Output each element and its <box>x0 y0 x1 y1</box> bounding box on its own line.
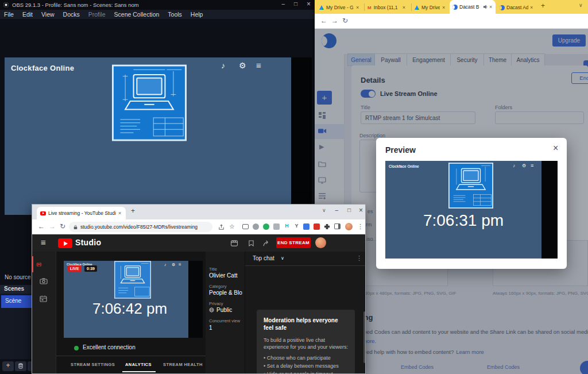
menu-edit[interactable]: Edit <box>22 11 33 18</box>
extension-icon[interactable] <box>253 223 259 230</box>
menu-scene-collection[interactable]: Scene Collection <box>114 11 160 18</box>
reload-icon[interactable]: ↻ <box>342 17 348 25</box>
lock-icon <box>74 225 78 230</box>
tab-dacast-active[interactable]: Dacast B × <box>450 0 496 14</box>
calendar-icon <box>40 295 47 302</box>
tab-my-drive-1[interactable]: My Drive - G × <box>319 2 362 13</box>
scene-item-label: Scène <box>5 298 21 304</box>
tab-dacast-admin[interactable]: Dacast Adm × <box>500 2 536 13</box>
side-panel-icon[interactable] <box>334 223 341 229</box>
close-icon[interactable]: × <box>356 5 359 10</box>
sidebar-item-webcam[interactable] <box>40 278 48 285</box>
trash-icon <box>17 363 24 369</box>
extension-y-icon[interactable]: Y <box>293 223 300 230</box>
share-icon[interactable] <box>218 224 225 230</box>
more-vertical-icon[interactable]: ⋮ <box>356 255 362 262</box>
tab-divider <box>364 3 365 11</box>
create-video-icon[interactable] <box>230 240 238 246</box>
tab-yt-studio[interactable]: Live streaming - YouTube Studio × <box>37 207 126 219</box>
extension-blue-icon[interactable] <box>303 223 310 230</box>
close-icon[interactable]: × <box>530 5 533 10</box>
tab-stream-settings[interactable]: STREAM SETTINGS <box>71 362 115 367</box>
studio-brand: Studio <box>75 238 101 247</box>
info-privacy-value[interactable]: Public <box>216 307 232 313</box>
modal-video-player[interactable]: Clockface Online ♪ ⚙ ≡ <box>385 161 558 259</box>
menu-docks[interactable]: Docks <box>63 11 80 18</box>
close-icon[interactable]: × <box>442 5 445 10</box>
close-icon[interactable]: × <box>403 5 405 10</box>
dacast-favicon <box>452 5 458 10</box>
menu-view[interactable]: View <box>41 11 55 18</box>
obs-titlebar[interactable]: OBS 29.1.3 - Profile: Sans nom - Scenes:… <box>0 0 314 10</box>
tab-search-chevron-icon[interactable]: ∨ <box>322 207 326 213</box>
forward-icon[interactable]: → <box>49 222 56 230</box>
connection-dot-icon <box>74 346 79 350</box>
gmail-icon: M <box>368 5 372 10</box>
share-arrow-icon[interactable] <box>263 240 270 246</box>
tab-inbox[interactable]: M Inbox (11,1 × <box>368 2 410 13</box>
blueprint-image <box>448 163 493 209</box>
clock-time: 7:06:42 pm <box>64 300 196 318</box>
url-text[interactable]: studio.youtube.com/video/F85I27-MDRs/liv… <box>80 224 204 230</box>
extension-h-icon[interactable]: H <box>284 223 290 230</box>
star-icon[interactable]: ☆ <box>229 223 235 230</box>
extension-camera-icon[interactable] <box>242 224 249 229</box>
gear-icon: ⚙ <box>239 61 246 70</box>
bookmark-icon[interactable] <box>249 240 254 246</box>
minimize-icon[interactable]: − <box>281 1 285 7</box>
obs-preview-canvas[interactable]: Clockface Online ♪ ⚙ ≡ <box>5 57 291 215</box>
chevron-down-icon[interactable]: ∨ <box>281 256 284 261</box>
hamburger-menu-icon[interactable]: ≡ <box>41 237 46 247</box>
tab-search-chevron-icon[interactable]: ∨ <box>579 2 583 8</box>
youtube-logo-icon <box>58 238 72 248</box>
close-icon[interactable]: × <box>553 143 558 153</box>
address-bar[interactable]: studio.youtube.com/video/F85I27-MDRs/liv… <box>69 222 212 232</box>
menu-profile[interactable]: Profile <box>88 11 106 18</box>
maximize-icon[interactable]: □ <box>294 1 297 7</box>
back-icon[interactable]: ← <box>320 17 327 25</box>
video-frame: Clockface Online LIVE 0:39 ♪ ⚙ ≡ <box>64 261 188 338</box>
profile-avatar[interactable] <box>345 223 353 230</box>
sidebar-item-manage[interactable] <box>40 295 48 303</box>
chat-scrollbar[interactable] <box>363 311 366 363</box>
tab-analytics[interactable]: ANALYTICS <box>125 362 152 367</box>
close-icon[interactable]: × <box>489 4 492 10</box>
sidebar-item-stream-active[interactable]: ((•)) <box>32 256 56 272</box>
menu-file[interactable]: File <box>4 11 14 18</box>
live-player[interactable]: Clockface Online LIVE 0:39 ♪ ⚙ ≡ <box>64 261 203 338</box>
extension-red-icon[interactable] <box>314 223 320 230</box>
maximize-icon[interactable]: □ <box>347 207 351 213</box>
minimize-icon[interactable]: − <box>335 207 338 214</box>
add-scene-button[interactable]: + <box>2 361 14 371</box>
tab-strip: My Drive - G × M Inbox (11,1 × My Drive … <box>315 0 588 14</box>
blueprint-image <box>112 63 187 142</box>
tab-stream-health[interactable]: STREAM HEALTH <box>163 362 203 367</box>
chat-header[interactable]: Top chat ∨ ⋮ <box>245 252 366 266</box>
end-stream-button[interactable]: END STREAM <box>276 237 311 248</box>
close-icon[interactable]: × <box>307 0 311 8</box>
dacast-favicon <box>500 5 505 10</box>
close-icon[interactable]: × <box>118 210 121 216</box>
remove-scene-button[interactable] <box>15 361 26 371</box>
stream-watermark: Clockface Online <box>11 64 74 72</box>
menu-help[interactable]: Help <box>191 11 203 18</box>
extension-icon[interactable] <box>273 223 280 230</box>
extension-green-icon[interactable] <box>263 223 269 230</box>
close-icon[interactable]: × <box>359 206 363 214</box>
tab-label: Dacast B <box>459 4 481 10</box>
connection-status-text: Excellent connection <box>83 344 136 350</box>
moderation-bullet: • Choose who can participate <box>264 355 348 361</box>
chat-filter-label[interactable]: Top chat <box>253 255 274 261</box>
forward-icon[interactable]: → <box>331 17 338 25</box>
tab-my-drive-2[interactable]: My Drive - G × <box>415 2 448 13</box>
back-icon[interactable]: ← <box>38 222 45 230</box>
puzzle-icon[interactable] <box>324 223 330 230</box>
menu-tools[interactable]: Tools <box>168 11 182 18</box>
reload-icon[interactable]: ↻ <box>60 222 65 230</box>
new-tab-button[interactable]: + <box>541 2 545 10</box>
new-tab-button[interactable]: + <box>131 207 135 215</box>
more-vertical-icon[interactable]: ⋮ <box>357 223 363 230</box>
account-avatar[interactable] <box>315 237 326 248</box>
globe-icon <box>209 307 214 313</box>
tab-label: My Drive - G <box>421 5 440 10</box>
